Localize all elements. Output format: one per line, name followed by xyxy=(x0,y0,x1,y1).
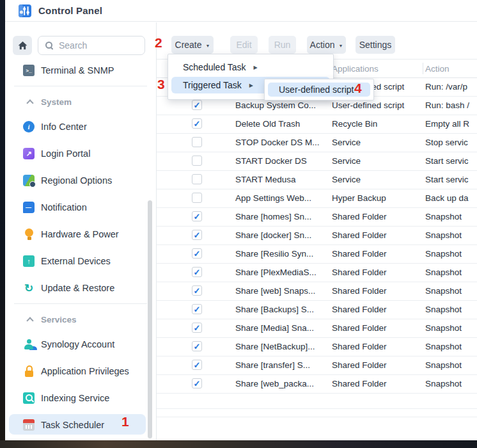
edit-button[interactable]: Edit xyxy=(230,36,258,54)
login-portal-icon: ↗ xyxy=(23,148,35,159)
sidebar-scrollbar[interactable] xyxy=(148,200,152,438)
sidebar-section-services[interactable]: Services xyxy=(5,308,156,331)
cell-action: Snapshot xyxy=(425,379,462,388)
section-label: Services xyxy=(41,315,77,324)
table-row[interactable]: ✓Share [Resilio Syn...Shared FolderSnaps… xyxy=(157,245,477,264)
cell-app: Shared Folder xyxy=(332,212,387,221)
table-row[interactable]: ✓Share [Media] Sna...Shared FolderSnapsh… xyxy=(157,319,477,338)
cell-name: Share [transfer] S... xyxy=(235,360,310,370)
cell-app: Shared Folder xyxy=(332,360,387,370)
sidebar-item-task-scheduler[interactable]: Task Scheduler xyxy=(5,412,156,438)
cell-action: Snapshot xyxy=(425,268,462,277)
table-row[interactable]: ✓Share [homes] Sn...Shared FolderSnapsho… xyxy=(157,208,477,227)
sidebar-item-indexing-service[interactable]: Indexing Service xyxy=(5,385,156,412)
table-row[interactable]: ✓Share [web_packa...Shared FolderSnapsho… xyxy=(157,375,477,394)
home-button[interactable] xyxy=(13,36,32,55)
cell-name: START Docker DS xyxy=(235,156,307,166)
sidebar-item-label: Login Portal xyxy=(41,148,90,159)
screen: Control Panel Search >_Terminal & SNMPSy… xyxy=(0,0,477,448)
hardware-power-icon xyxy=(23,228,35,240)
table-row[interactable]: ✓Share [PlexMediaS...Shared FolderSnapsh… xyxy=(157,264,477,282)
cell-name: Delete Old Trash xyxy=(235,119,300,129)
sidebar-item-info-center[interactable]: iInfo Center xyxy=(5,113,156,140)
table-footer-line xyxy=(157,417,477,417)
sidebar-item-update-restore[interactable]: ↻Update & Restore xyxy=(5,275,156,301)
table-row[interactable]: STOP Docker DS M...ServiceStop servic xyxy=(157,134,477,152)
table-row[interactable]: START Docker DSServiceStart servic xyxy=(157,152,477,171)
sidebar-item-label: Indexing Service xyxy=(41,393,109,403)
sidebar-item-label: Update & Restore xyxy=(41,283,114,293)
enabled-checkbox[interactable] xyxy=(192,156,202,166)
search-input[interactable]: Search xyxy=(38,36,145,55)
sidebar-item-application-privileges[interactable]: Application Privileges xyxy=(5,358,156,385)
enabled-checkbox[interactable] xyxy=(192,174,202,184)
annotation-step-4: 4 xyxy=(354,81,362,95)
cell-action: Snapshot xyxy=(425,286,462,296)
create-button[interactable]: Create▼ xyxy=(171,36,214,54)
cell-action: Stop servic xyxy=(425,138,468,147)
enabled-checkbox[interactable] xyxy=(192,137,202,147)
enabled-checkbox[interactable]: ✓ xyxy=(192,341,202,351)
section-label: System xyxy=(41,97,72,107)
menu-item-scheduled-task[interactable]: Scheduled Task▶ xyxy=(168,59,333,76)
action-button[interactable]: Action▼ xyxy=(307,36,346,54)
cell-name: Share [web] Snaps... xyxy=(235,286,315,296)
cell-name: Share [PlexMediaS... xyxy=(235,268,317,277)
enabled-checkbox[interactable] xyxy=(192,193,202,203)
enabled-checkbox[interactable]: ✓ xyxy=(192,378,202,388)
control-panel-window: Control Panel Search >_Terminal & SNMPSy… xyxy=(5,0,477,440)
table-row[interactable]: App Settings Web...Hyper BackupBack up d… xyxy=(157,189,477,208)
sidebar-item-regional-options[interactable]: Regional Options xyxy=(5,167,156,194)
desktop-background-bottom xyxy=(0,440,477,448)
table-row[interactable]: ✓Share [Backups] S...Shared FolderSnapsh… xyxy=(157,301,477,319)
table-row[interactable]: START MedusaServiceStart servic xyxy=(157,171,477,189)
task-table: User-defined scriptRun: /var/p✓Backup Sy… xyxy=(157,78,477,394)
collapse-chevron-icon xyxy=(27,316,33,323)
enabled-checkbox[interactable]: ✓ xyxy=(192,230,202,240)
sidebar-item-label: Application Privileges xyxy=(41,366,129,376)
enabled-checkbox[interactable]: ✓ xyxy=(192,118,202,129)
sidebar-divider xyxy=(14,303,147,304)
sidebar-item-hardware-power[interactable]: Hardware & Power xyxy=(5,221,156,248)
sidebar-item-label: Hardware & Power xyxy=(41,229,119,239)
sidebar-item-synology-account[interactable]: Synology Account xyxy=(5,331,156,358)
table-row[interactable]: ✓Delete Old TrashRecycle BinEmpty all R xyxy=(157,115,477,134)
indexing-service-icon xyxy=(23,392,35,404)
column-header-action[interactable]: Action xyxy=(425,64,450,74)
sidebar-item-login-portal[interactable]: ↗Login Portal xyxy=(5,140,156,167)
menu-item-label: Triggered Task xyxy=(183,80,242,90)
cell-action: Back up da xyxy=(425,193,469,203)
enabled-checkbox[interactable]: ✓ xyxy=(192,248,202,259)
regional-options-icon xyxy=(23,175,35,186)
chevron-down-icon: ▼ xyxy=(206,44,210,48)
button-label: Run xyxy=(274,40,291,50)
cell-app: Shared Folder xyxy=(332,286,387,296)
table-row[interactable]: ✓Share [docker] Sn...Shared FolderSnapsh… xyxy=(157,227,477,245)
terminal-icon: >_ xyxy=(23,65,35,76)
sidebar-item-terminal-snmp[interactable]: >_Terminal & SNMP xyxy=(5,57,156,84)
cell-name: STOP Docker DS M... xyxy=(235,138,320,147)
enabled-checkbox[interactable]: ✓ xyxy=(192,267,202,277)
run-button[interactable]: Run xyxy=(269,36,296,54)
enabled-checkbox[interactable]: ✓ xyxy=(192,211,202,221)
table-footer-line xyxy=(157,408,477,409)
sidebar-item-notification[interactable]: —Notification xyxy=(5,194,156,221)
enabled-checkbox[interactable]: ✓ xyxy=(192,285,202,296)
cell-name: Share [Resilio Syn... xyxy=(235,249,313,259)
column-header-applications[interactable]: Applications xyxy=(332,64,379,74)
cell-action: Snapshot xyxy=(425,360,462,370)
sidebar-section-system[interactable]: System xyxy=(5,90,156,113)
table-row[interactable]: ✓Share [NetBackup]...Shared FolderSnapsh… xyxy=(157,338,477,356)
enabled-checkbox[interactable]: ✓ xyxy=(192,304,202,314)
enabled-checkbox[interactable]: ✓ xyxy=(192,323,202,333)
table-row[interactable]: ✓Share [web] Snaps...Shared FolderSnapsh… xyxy=(157,282,477,301)
menu-item-label: Scheduled Task xyxy=(183,62,246,72)
enabled-checkbox[interactable]: ✓ xyxy=(192,100,202,110)
table-row[interactable]: ✓Share [transfer] S...Shared FolderSnaps… xyxy=(157,356,477,375)
settings-button[interactable]: Settings xyxy=(356,36,395,54)
sidebar-item-label: Task Scheduler xyxy=(41,420,104,430)
enabled-checkbox[interactable]: ✓ xyxy=(192,360,202,370)
application-privileges-icon xyxy=(23,365,35,377)
sidebar-item-external-devices[interactable]: ↑External Devices xyxy=(5,248,156,275)
cell-action: Start servic xyxy=(425,156,469,166)
